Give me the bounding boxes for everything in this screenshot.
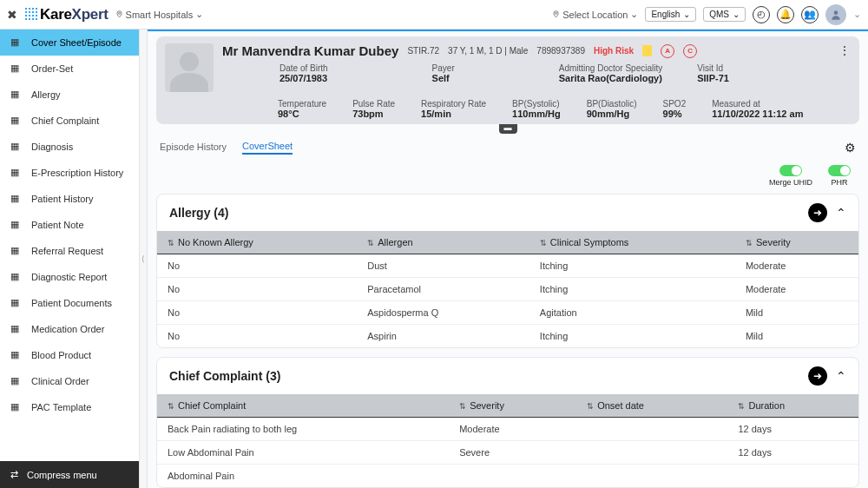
- svg-point-1: [556, 12, 557, 14]
- hospital-selector[interactable]: Smart Hospitals ⌄: [115, 9, 204, 20]
- table-row[interactable]: Abdominal Pain: [157, 465, 858, 488]
- vital-value: 73bpm: [352, 109, 395, 119]
- vital-value: 11/10/2022 11:12 am: [712, 109, 803, 119]
- sidebar-item-chief-complaint[interactable]: ▦Chief Complaint: [0, 108, 139, 134]
- sidebar-item-cover-sheet-episode[interactable]: ▦Cover Sheet/Episode: [0, 30, 139, 56]
- sidebar-item-patient-history[interactable]: ▦Patient History: [0, 186, 139, 212]
- column-header[interactable]: ⇅Clinical Symptoms: [529, 231, 735, 254]
- patient-code: STIR.72: [407, 46, 439, 56]
- vital-pulse-rate: Pulse Rate73bpm: [352, 99, 395, 119]
- history-icon: ▦: [10, 193, 23, 205]
- sidebar-item-patient-documents[interactable]: ▦Patient Documents: [0, 290, 139, 316]
- location-selector[interactable]: Select Location ⌄: [552, 9, 638, 20]
- doctor-value: Sarita Rao(Cardiology): [559, 73, 663, 83]
- sidebar-item-label: Clinical Order: [31, 376, 89, 386]
- complaint-table: ⇅Chief Complaint⇅Severity⇅Onset date⇅Dur…: [157, 394, 858, 487]
- table-row[interactable]: NoAspidosperma QAgitationMild: [157, 301, 858, 325]
- more-menu-icon[interactable]: ⋮: [838, 43, 851, 57]
- sidebar: ▦Cover Sheet/Episode▦Order-Set▦Allergy▦C…: [0, 30, 139, 488]
- go-arrow-icon[interactable]: ➜: [808, 203, 827, 222]
- table-row[interactable]: NoParacetamolItchingModerate: [157, 278, 858, 301]
- table-cell: Abdominal Pain: [157, 465, 449, 488]
- sort-icon: ⇅: [168, 239, 174, 247]
- sidebar-item-label: Patient Documents: [31, 298, 112, 308]
- table-row[interactable]: NoDustItchingModerate: [157, 254, 858, 278]
- column-header[interactable]: ⇅Duration: [727, 394, 858, 418]
- badge-c[interactable]: C: [683, 44, 697, 58]
- table-cell: [576, 465, 727, 488]
- column-header[interactable]: ⇅Severity: [449, 394, 576, 418]
- sidebar-item-blood-product[interactable]: ▦Blood Product: [0, 342, 139, 368]
- table-row[interactable]: Low Abdominal PainSevere12 days: [157, 441, 858, 465]
- brand-part1: Kare: [40, 6, 72, 23]
- badge-a[interactable]: A: [661, 44, 674, 58]
- sidebar-item-label: Diagnosis: [31, 142, 73, 152]
- pin-icon: [115, 10, 123, 18]
- sidebar-item-label: Medication Order: [31, 324, 104, 334]
- vital-value: 110mm/Hg: [512, 109, 561, 119]
- column-header[interactable]: ⇅No Known Allergy: [157, 231, 357, 254]
- collapse-icon[interactable]: ⌃: [836, 369, 846, 383]
- allergy-title: Allergy (4): [169, 206, 228, 220]
- med-icon: ▦: [10, 323, 23, 335]
- chevron-down-icon[interactable]: ⌄: [853, 9, 861, 20]
- close-icon[interactable]: ✖: [7, 8, 17, 22]
- go-arrow-icon[interactable]: ➜: [808, 366, 827, 386]
- sidebar-item-label: Allergy: [31, 89, 61, 100]
- sidebar-item-allergy[interactable]: ▦Allergy: [0, 82, 139, 108]
- pin-icon: [552, 10, 560, 18]
- sidebar-item-label: PAC Template: [31, 402, 91, 412]
- pac-icon: ▦: [10, 401, 23, 413]
- chevron-down-icon: ⌄: [733, 10, 740, 19]
- column-header[interactable]: ⇅Onset date: [576, 394, 727, 418]
- tab-coversheet[interactable]: CoverSheet: [242, 141, 293, 155]
- phr-toggle[interactable]: [828, 165, 851, 176]
- table-cell: Moderate: [735, 254, 858, 278]
- sidebar-item-clinical-order[interactable]: ▦Clinical Order: [0, 368, 139, 394]
- bell-icon[interactable]: 🔔: [777, 6, 794, 23]
- brand-part2: Xpert: [72, 6, 108, 23]
- main-content: ⋮ Mr Manvendra Kumar Dubey STIR.72 37 Y,…: [148, 30, 868, 488]
- resize-handle[interactable]: ⟨: [139, 30, 148, 488]
- gear-icon[interactable]: ⚙: [845, 141, 856, 155]
- table-cell: [576, 441, 727, 465]
- column-header[interactable]: ⇅Severity: [735, 231, 858, 254]
- collapse-header-icon[interactable]: ▬: [499, 123, 517, 134]
- tab-episode-history[interactable]: Episode History: [160, 142, 227, 154]
- sidebar-item-diagnostic-report[interactable]: ▦Diagnostic Report: [0, 264, 139, 290]
- timer-icon[interactable]: ◴: [753, 6, 770, 23]
- sort-icon: ⇅: [746, 239, 753, 247]
- sidebar-item-label: Patient History: [31, 194, 94, 204]
- sidebar-item-medication-order[interactable]: ▦Medication Order: [0, 316, 139, 342]
- vital-value: 99%: [663, 109, 687, 119]
- column-header[interactable]: ⇅Chief Complaint: [157, 394, 449, 418]
- language-selector[interactable]: English⌄: [645, 7, 696, 22]
- group-icon[interactable]: 👥: [801, 6, 819, 23]
- payer-label: Payer: [432, 63, 455, 73]
- compress-menu[interactable]: ⇄ Compress menu: [0, 461, 139, 488]
- table-cell: Moderate: [735, 278, 858, 301]
- sidebar-item-diagnosis[interactable]: ▦Diagnosis: [0, 134, 139, 160]
- vital-label: SPO2: [663, 99, 687, 109]
- document-icon[interactable]: [642, 45, 652, 56]
- vital-label: Respiratory Rate: [421, 99, 486, 109]
- blood-icon: ▦: [10, 349, 23, 361]
- merge-uhid-toggle[interactable]: [779, 165, 802, 176]
- sidebar-item-e-prescription-history[interactable]: ▦E-Prescription History: [0, 160, 139, 186]
- chevron-down-icon: ⌄: [195, 9, 203, 20]
- table-row[interactable]: Back Pain radiating to both legModerate1…: [157, 418, 858, 441]
- referral-icon: ▦: [10, 245, 23, 257]
- patient-phone: 7898937389: [536, 46, 585, 56]
- sidebar-item-pac-template[interactable]: ▦PAC Template: [0, 394, 139, 420]
- column-header[interactable]: ⇅Allergen: [357, 231, 529, 254]
- sidebar-item-order-set[interactable]: ▦Order-Set: [0, 56, 139, 82]
- sidebar-item-referral-request[interactable]: ▦Referral Request: [0, 238, 139, 264]
- collapse-icon[interactable]: ⌃: [836, 206, 846, 220]
- user-avatar[interactable]: [825, 4, 846, 25]
- table-row[interactable]: NoAspirinItchingMild: [157, 325, 858, 348]
- person-icon: ▦: [10, 115, 23, 127]
- clipboard-icon: ▦: [10, 36, 23, 49]
- vital-label: Pulse Rate: [352, 99, 395, 109]
- qms-selector[interactable]: QMS⌄: [703, 7, 746, 22]
- sidebar-item-patient-note[interactable]: ▦Patient Note: [0, 212, 139, 238]
